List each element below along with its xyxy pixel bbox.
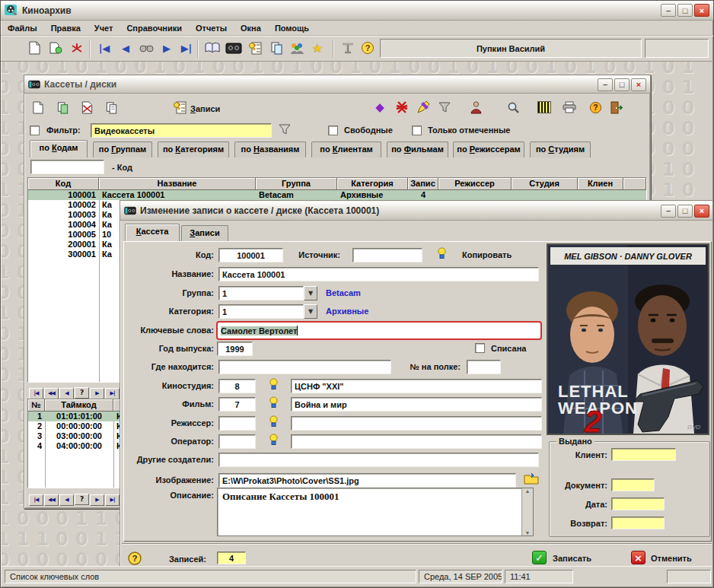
nav-help-button[interactable]: ?	[75, 494, 89, 505]
filter-funnel-icon[interactable]	[435, 99, 454, 116]
dialog-minimize-button[interactable]: –	[661, 205, 676, 218]
film-lookup-bulb-icon[interactable]	[269, 396, 279, 408]
records-count-field[interactable]	[217, 551, 246, 564]
film-code-field[interactable]	[218, 397, 256, 412]
clear-marks-icon[interactable]	[393, 99, 411, 116]
source-lookup-bulb-icon[interactable]	[437, 247, 447, 259]
cassettes-maximize-button[interactable]: □	[614, 78, 630, 91]
open-document-icon[interactable]	[46, 40, 65, 56]
column-header-1[interactable]: Название	[99, 178, 256, 190]
nav-next-button[interactable]: ▶	[90, 388, 104, 399]
save-check-icon[interactable]: ✓	[532, 551, 547, 564]
edit-record-icon[interactable]	[414, 99, 432, 116]
nav-next-button[interactable]: ▶	[90, 494, 104, 506]
written-off-checkbox[interactable]	[475, 343, 485, 353]
column-header-6[interactable]: Студия	[512, 178, 578, 190]
column-header-4[interactable]: Запис	[408, 178, 438, 190]
filter-checkbox[interactable]	[30, 126, 40, 135]
location-field[interactable]	[218, 360, 391, 374]
studio-lookup-bulb-icon[interactable]	[269, 378, 279, 390]
image-path-field[interactable]	[218, 473, 516, 488]
catalog-book-icon[interactable]	[203, 40, 222, 56]
print-icon[interactable]	[560, 99, 579, 116]
sort-tab-3[interactable]: по Названиям	[234, 141, 306, 157]
exit-door-icon[interactable]	[607, 99, 626, 116]
menu-item-1[interactable]: Правка	[44, 21, 88, 35]
dialog-tab-0[interactable]: Кассета	[125, 224, 180, 241]
sort-tab-7[interactable]: по Студиям	[530, 141, 591, 157]
column-header-2[interactable]: Группа	[256, 178, 337, 190]
dialog-tab-1[interactable]: Записи	[181, 225, 228, 241]
client-field[interactable]	[611, 448, 676, 461]
nav-prev-button[interactable]: ◀	[59, 388, 74, 399]
description-field[interactable]: Описание Кассеты 100001 ▲▼	[217, 488, 534, 536]
search-magnifier-icon[interactable]	[504, 99, 522, 116]
menu-item-0[interactable]: Файлы	[1, 21, 44, 35]
document-field[interactable]	[611, 478, 655, 491]
copy-icon[interactable]	[267, 40, 285, 56]
menu-item-6[interactable]: Помощь	[268, 21, 316, 35]
year-field[interactable]	[217, 342, 253, 356]
return-date-field[interactable]	[611, 516, 665, 529]
category-dropdown-icon[interactable]: ▼	[304, 304, 317, 319]
column-header-5[interactable]: Режиссер	[438, 178, 512, 190]
sort-tab-2[interactable]: по Категориям	[158, 141, 229, 157]
new-record-icon[interactable]	[29, 99, 47, 116]
cancel-x-icon[interactable]: ×	[631, 551, 645, 564]
name-field[interactable]	[218, 267, 539, 281]
category-combo[interactable]	[218, 304, 304, 319]
cancel-button[interactable]: Отменить	[651, 554, 692, 563]
users-icon[interactable]	[288, 40, 306, 56]
favorites-star-icon[interactable]: ★	[308, 40, 327, 56]
filter-input[interactable]	[91, 123, 272, 138]
sort-tab-1[interactable]: по Группам	[93, 141, 152, 157]
delete-record-icon[interactable]	[78, 99, 96, 116]
menu-item-4[interactable]: Отчеты	[189, 21, 234, 35]
director-name-field[interactable]	[291, 416, 542, 431]
new-document-icon[interactable]	[25, 40, 43, 56]
nav-last-button[interactable]: ▶|	[105, 388, 120, 399]
browse-folder-icon[interactable]	[524, 472, 539, 488]
records-list-icon[interactable]	[171, 99, 189, 116]
records-toolbar-label[interactable]: Записи	[190, 104, 220, 113]
column-header-1[interactable]: Таймкод	[45, 399, 113, 412]
menu-item-5[interactable]: Окна	[234, 21, 268, 35]
keywords-field[interactable]: Самолет Вертолет	[216, 321, 542, 340]
app-minimize-button[interactable]: –	[661, 4, 676, 17]
film-name-field[interactable]	[291, 397, 542, 412]
menu-item-2[interactable]: Учет	[88, 21, 120, 35]
source-field[interactable]	[352, 248, 422, 262]
duplicate-record-icon[interactable]	[102, 99, 120, 116]
nav-first-button[interactable]: |◀	[29, 388, 43, 399]
sort-tab-0[interactable]: по Кодам	[30, 140, 88, 157]
window-help-icon[interactable]: ?	[586, 99, 604, 116]
dialog-maximize-button[interactable]: □	[677, 205, 693, 218]
nav-help-button[interactable]: ?	[75, 387, 89, 399]
app-maximize-button[interactable]: □	[677, 4, 693, 17]
sort-tab-5[interactable]: по Фильмам	[387, 141, 448, 157]
group-dropdown-icon[interactable]: ▼	[304, 286, 317, 300]
delete-document-icon[interactable]	[68, 40, 86, 56]
marked-only-checkbox[interactable]	[412, 126, 422, 135]
group-combo[interactable]	[218, 286, 304, 300]
issue-date-field[interactable]	[611, 497, 665, 510]
nav-prev-button[interactable]: ◀	[59, 494, 74, 506]
column-header-0[interactable]: №	[28, 399, 45, 412]
previous-record-icon[interactable]: ◀	[116, 40, 135, 56]
help-icon[interactable]: ?	[359, 40, 377, 56]
column-header-0[interactable]: Код	[28, 178, 99, 190]
nav-rewind-button[interactable]: ◀◀	[44, 388, 59, 399]
column-header-7[interactable]: Клиен	[578, 178, 623, 190]
dialog-close-button[interactable]: ×	[694, 205, 709, 218]
description-scrollbar[interactable]: ▲▼	[521, 488, 533, 536]
director-code-field[interactable]	[218, 416, 256, 431]
shelf-field[interactable]	[467, 360, 501, 374]
nav-first-button[interactable]: |◀	[29, 494, 43, 506]
nav-rewind-button[interactable]: ◀◀	[44, 494, 59, 506]
cassette-icon[interactable]	[225, 40, 243, 56]
sort-tab-6[interactable]: по Режиссерам	[453, 141, 524, 157]
menu-item-3[interactable]: Справочники	[120, 21, 189, 35]
next-record-icon[interactable]: ▶	[158, 40, 176, 56]
nav-last-button[interactable]: ▶|	[105, 494, 120, 506]
diamond-mark-icon[interactable]: ◆	[371, 99, 389, 116]
